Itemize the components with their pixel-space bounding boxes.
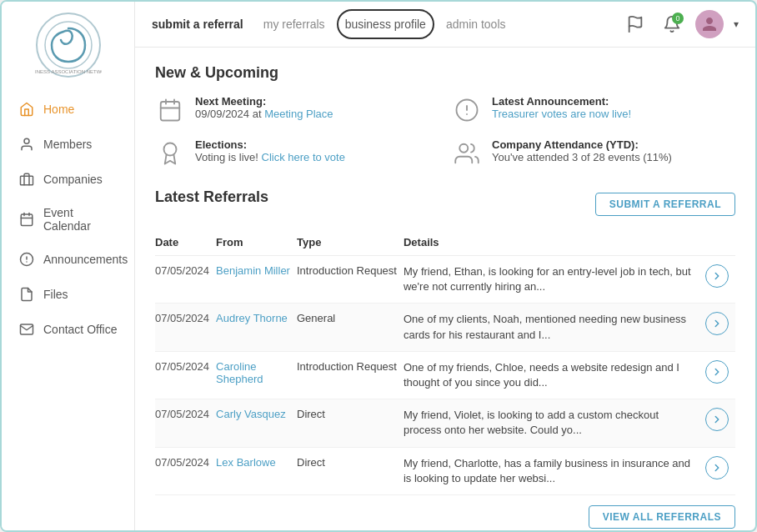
cell-from: Lex Barlowe: [216, 447, 297, 494]
nav-my-referrals[interactable]: my referrals: [263, 14, 325, 34]
table-header: Date From Type Details: [155, 229, 735, 256]
table-row: 07/05/2024 Lex Barlowe Direct My friend,…: [155, 447, 735, 494]
svg-point-3: [24, 138, 29, 143]
col-date: Date: [155, 229, 216, 256]
elections-label: Elections:: [195, 138, 345, 151]
cell-details: One of my friends, Chloe, needs a websit…: [404, 351, 705, 399]
svg-rect-4: [21, 176, 33, 185]
cell-details: One of my clients, Noah, mentioned needi…: [404, 304, 705, 351]
user-menu-chevron[interactable]: ▾: [734, 18, 739, 30]
main-content: submit a referral my referrals business …: [135, 2, 755, 530]
cell-action: [705, 399, 735, 447]
col-details: Details: [404, 229, 705, 256]
app-container: BUSINESS ASSOCIATION NETWORK Home: [0, 0, 757, 532]
announcement-label: Latest Announcement:: [492, 95, 631, 108]
elections-value: Voting is live! Click here to vote: [195, 151, 345, 163]
elections-item: Elections: Voting is live! Click here to…: [155, 138, 439, 168]
referral-from-link[interactable]: Benjamin Miller: [216, 264, 290, 277]
referral-row-arrow[interactable]: [705, 456, 729, 479]
meeting-place-link[interactable]: Meeting Place: [264, 108, 333, 120]
announcement-link[interactable]: Treasurer votes are now live!: [492, 108, 631, 120]
upcoming-section: New & Upcoming Nex: [155, 64, 735, 168]
cell-type: Introduction Request: [297, 256, 404, 304]
sidebar-item-companies-label: Companies: [43, 173, 103, 186]
view-all-referrals-button[interactable]: VIEW ALL REFERRALS: [589, 505, 735, 529]
attendance-label: Company Attendance (YTD):: [492, 138, 672, 151]
building-icon: [18, 171, 35, 188]
cell-from: Carly Vasquez: [216, 399, 297, 447]
cell-details: My friend, Charlotte, has a family busin…: [404, 447, 705, 494]
next-meeting-label: Next Meeting:: [195, 95, 333, 108]
sidebar-item-event-calendar[interactable]: Event Calendar: [5, 198, 131, 241]
calendar-icon: [18, 211, 35, 228]
referrals-table: Date From Type Details 07/05/2024 Benjam…: [155, 229, 735, 495]
mail-icon: [18, 321, 35, 338]
referral-from-link[interactable]: Carly Vasquez: [216, 408, 286, 420]
cell-date: 07/05/2024: [155, 447, 216, 494]
cell-date: 07/05/2024: [155, 399, 216, 447]
sidebar-item-announcements-label: Announcements: [43, 253, 128, 266]
referral-details: My friend, Charlotte, has a family busin…: [404, 457, 690, 484]
referral-details: My friend, Violet, is looking to add a c…: [404, 409, 659, 436]
next-meeting-value: 09/09/2024 at Meeting Place: [195, 108, 333, 120]
col-action: [705, 229, 735, 256]
sidebar-item-home-label: Home: [43, 103, 74, 116]
referral-row-arrow[interactable]: [705, 360, 729, 384]
table-row: 07/05/2024 Benjamin Miller Introduction …: [155, 256, 735, 304]
sidebar-item-members[interactable]: Members: [5, 128, 131, 161]
sidebar-item-announcements[interactable]: Announcements: [5, 243, 131, 276]
sidebar-item-contact-office[interactable]: Contact Office: [5, 313, 131, 346]
sidebar-item-files-label: Files: [43, 288, 68, 301]
upcoming-section-title: New & Upcoming: [155, 64, 735, 82]
nav-admin-tools[interactable]: admin tools: [446, 14, 506, 34]
table-row: 07/05/2024 Carly Vasquez Direct My frien…: [155, 399, 735, 447]
cell-type: General: [297, 304, 404, 351]
svg-point-21: [459, 144, 468, 153]
referral-row-arrow[interactable]: [705, 264, 729, 288]
cell-action: [705, 256, 735, 304]
sidebar-item-files[interactable]: Files: [5, 278, 131, 311]
announcement-value: Treasurer votes are now live!: [492, 108, 631, 120]
circle-highlight: [337, 9, 434, 39]
col-type: Type: [297, 229, 404, 256]
table-body: 07/05/2024 Benjamin Miller Introduction …: [155, 256, 735, 495]
announcement-icon: [452, 95, 482, 125]
cell-from: Audrey Thorne: [216, 304, 297, 351]
submit-referral-button[interactable]: SUBMIT A REFERRAL: [595, 193, 735, 216]
announcements-icon: [18, 251, 35, 268]
sidebar-item-home[interactable]: Home: [5, 93, 131, 126]
table-row: 07/05/2024 Caroline Shepherd Introductio…: [155, 351, 735, 399]
user-avatar[interactable]: [695, 10, 724, 38]
referral-row-arrow[interactable]: [705, 408, 729, 431]
cell-from: Benjamin Miller: [216, 256, 297, 304]
cell-details: My friend, Violet, is looking to add a c…: [404, 399, 705, 447]
app-logo: BUSINESS ASSOCIATION NETWORK: [35, 12, 102, 78]
referral-row-arrow[interactable]: [705, 312, 729, 335]
referral-from-link[interactable]: Lex Barlowe: [216, 456, 276, 469]
referral-from-link[interactable]: Audrey Thorne: [216, 312, 288, 324]
person-icon: [18, 136, 35, 153]
sidebar-item-companies[interactable]: Companies: [5, 163, 131, 196]
svg-point-20: [164, 143, 177, 156]
vote-link[interactable]: Click here to vote: [262, 151, 345, 163]
cell-date: 07/05/2024: [155, 304, 216, 351]
nav-business-profile[interactable]: business profile: [345, 14, 426, 34]
next-meeting-icon: [155, 95, 185, 125]
referrals-header: Latest Referrals SUBMIT A REFERRAL: [155, 188, 735, 219]
notification-count: 0: [672, 13, 684, 24]
top-nav-right: 0 ▾: [622, 10, 739, 38]
nav-submit-referral[interactable]: submit a referral: [152, 14, 243, 34]
referral-from-link[interactable]: Caroline Shepherd: [216, 360, 263, 385]
attendance-text: Company Attendance (YTD): You've attende…: [492, 138, 672, 163]
flag-icon-button[interactable]: [622, 11, 649, 38]
latest-announcement-item: Latest Announcement: Treasurer votes are…: [452, 95, 735, 125]
cell-date: 07/05/2024: [155, 256, 216, 304]
sidebar-navigation: Home Members: [2, 92, 134, 347]
cell-action: [705, 447, 735, 494]
referral-details: My friend, Ethan, is looking for an entr…: [404, 265, 691, 293]
notification-bell-button[interactable]: 0: [659, 11, 685, 38]
col-from: From: [216, 229, 297, 256]
cell-type: Direct: [297, 399, 404, 447]
upcoming-grid: Next Meeting: 09/09/2024 at Meeting Plac…: [155, 95, 735, 168]
view-all-row: VIEW ALL REFERRALS: [155, 495, 735, 530]
